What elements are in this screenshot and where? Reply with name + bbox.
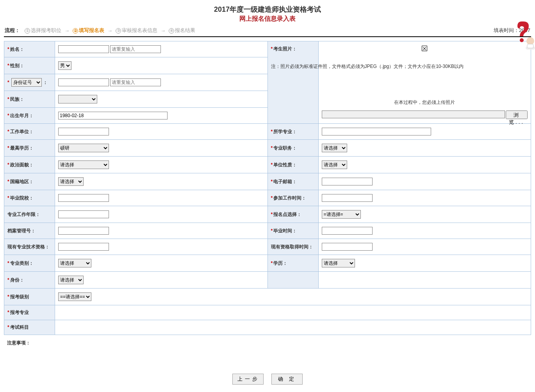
id-type-select[interactable]: 身份证号	[11, 78, 42, 87]
label-exam-subjects: *考试科目	[4, 320, 55, 335]
exam-level-select[interactable]: ==请选择==	[58, 292, 91, 301]
arrow-icon: →	[160, 28, 166, 34]
label-gender: *性别：	[4, 57, 55, 74]
label-edu: *最高学历：	[4, 140, 55, 157]
label-tech-qual: 现有专业技术资格：	[4, 239, 55, 255]
prev-step-button[interactable]: 上一步	[232, 374, 264, 385]
page-subtitle: 网上报名信息录入表	[4, 15, 531, 23]
flow-step-4: ④报名结果	[169, 27, 195, 34]
label-empty	[268, 272, 318, 289]
broken-image-icon	[422, 46, 427, 51]
name-repeat-input[interactable]	[110, 45, 161, 53]
arrow-icon: →	[107, 28, 112, 34]
employer-input[interactable]	[58, 128, 109, 135]
label-region: *国籍地区：	[4, 173, 55, 190]
confirm-button[interactable]: 确 定	[271, 374, 303, 385]
site-select[interactable]: =请选择=	[322, 210, 361, 219]
title-select[interactable]: 请选择	[322, 144, 347, 152]
label-employer: *工作单位：	[4, 124, 55, 140]
label-qual-date: 现有资格取得时间：	[268, 239, 318, 255]
ethnic-select[interactable]	[58, 95, 97, 103]
flow-step-1: ①选择报考职位	[25, 27, 61, 34]
label-politics: *政治面貌：	[4, 157, 55, 173]
label-join-work: *参加工作时间：	[268, 190, 318, 206]
dob-input[interactable]	[58, 112, 168, 119]
workflow-bar: 流程： ①选择报考职位 → ②填写报名表 → ③审核报名表信息 → ④报名结果 …	[4, 25, 531, 37]
photo-path-input[interactable]	[322, 110, 505, 118]
label-site: *报名点选择：	[268, 206, 318, 223]
flow-label: 流程：	[5, 27, 20, 34]
label-major: *所学专业：	[268, 124, 318, 140]
politics-select[interactable]: 请选择	[58, 160, 109, 169]
identity-select[interactable]: 请选择	[58, 276, 84, 284]
label-unit-type: *单位性质：	[268, 157, 318, 173]
label-exam-level: *报考级别	[4, 289, 55, 305]
grad-date-input[interactable]	[322, 227, 373, 235]
spec-type-select[interactable]: 请选择	[58, 259, 91, 267]
archive-no-input[interactable]	[58, 227, 109, 235]
label-id-type: * 身份证号 ：	[4, 74, 55, 91]
label-photo: *考生照片： 注：照片必须为标准证件照，文件格式必须为JPEG（.jpg）文件；…	[268, 41, 318, 124]
label-xueli: *学历：	[268, 255, 318, 272]
label-spec-type: *专业类别：	[4, 255, 55, 272]
qual-date-input[interactable]	[322, 243, 373, 251]
flow-step-2: ②填写报名表	[73, 27, 104, 34]
label-archive-no: 档案管理号：	[4, 223, 55, 239]
edu-select[interactable]: 硕研	[58, 144, 109, 152]
tech-qual-input[interactable]	[58, 243, 109, 251]
registration-form: *姓名： *考生照片： 注：照片必须为标准证件照，文件格式必须为JPEG（.jp…	[4, 41, 531, 335]
browse-button[interactable]: 浏览...	[506, 110, 528, 119]
grad-school-input[interactable]	[58, 194, 109, 202]
label-dob: *出生年月：	[4, 108, 55, 124]
photo-upload-cell: 在本过程中，您必须上传照片 浏览...	[318, 41, 531, 124]
label-email: *电子邮箱：	[268, 173, 318, 190]
fill-time: 填表时间：2017	[494, 27, 530, 34]
label-exam-major: *报考专业	[4, 305, 55, 320]
email-input[interactable]	[322, 178, 373, 185]
region-select[interactable]: 请选择	[58, 177, 84, 186]
notes-label: 注意事项：	[4, 340, 531, 346]
id-number-repeat-input[interactable]	[110, 78, 161, 86]
arrow-icon: →	[64, 28, 70, 34]
label-grad-date: *毕业时间：	[268, 223, 318, 239]
exam-major-cell	[55, 305, 531, 320]
label-title: *专业职务：	[268, 140, 318, 157]
gender-select[interactable]: 男	[58, 61, 71, 70]
label-identity: *身份：	[4, 272, 55, 289]
flow-step-3: ③审核报名表信息	[116, 27, 157, 34]
label-grad-school: *毕业院校：	[4, 190, 55, 206]
photo-upload-note: 在本过程中，您必须上传照片	[322, 99, 528, 106]
exam-subjects-cell	[55, 320, 531, 335]
label-ethnic: *民族：	[4, 91, 55, 108]
name-input[interactable]	[58, 45, 109, 53]
id-number-input[interactable]	[58, 78, 109, 86]
unit-type-select[interactable]: 请选择	[322, 160, 347, 169]
join-work-input[interactable]	[322, 194, 373, 202]
xueli-select[interactable]: 请选择	[322, 259, 355, 267]
page-title: 2017年度一级建造师执业资格考试	[4, 5, 531, 14]
label-work-years: 专业工作年限：	[4, 206, 55, 223]
label-name: *姓名：	[4, 41, 55, 57]
major-input[interactable]	[322, 128, 431, 135]
work-years-input[interactable]	[58, 210, 109, 218]
